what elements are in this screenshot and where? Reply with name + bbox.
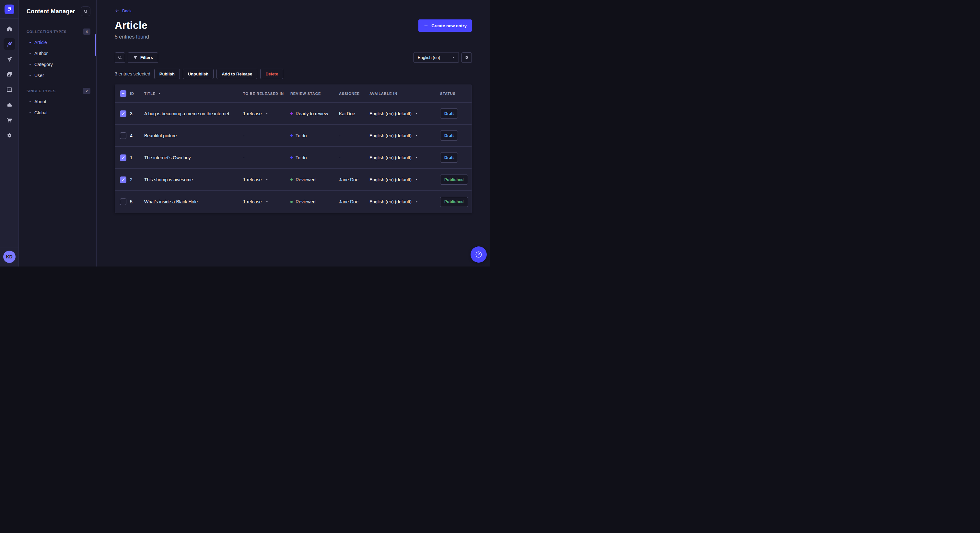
nav-item-paper-plane[interactable] bbox=[3, 54, 15, 65]
bullet-icon bbox=[30, 64, 31, 65]
subnav-item-article[interactable]: Article bbox=[19, 37, 96, 48]
main-content: Back Article Create new entry 5 entries … bbox=[97, 0, 490, 266]
row-checkbox[interactable] bbox=[120, 154, 126, 161]
cell-locale: English (en) (default) bbox=[369, 177, 440, 182]
cart-icon bbox=[6, 117, 13, 124]
nav-item-media-images[interactable] bbox=[3, 69, 15, 80]
chevron-down-icon[interactable] bbox=[266, 200, 268, 203]
cell-review-stage: To do bbox=[290, 133, 339, 138]
status-badge: Draft bbox=[440, 152, 458, 163]
paper-plane-icon bbox=[6, 56, 13, 62]
nav-item-layout[interactable] bbox=[3, 84, 15, 95]
table-row[interactable]: 3A bug is becoming a meme on the interne… bbox=[115, 103, 471, 125]
row-checkbox[interactable] bbox=[120, 176, 126, 183]
subnav-divider bbox=[27, 22, 34, 22]
check-icon bbox=[121, 178, 126, 182]
chevron-down-icon[interactable] bbox=[415, 112, 418, 115]
sort-ascending-icon bbox=[158, 92, 161, 95]
strapi-logo[interactable] bbox=[5, 5, 14, 14]
cell-release: 1 release bbox=[243, 199, 290, 204]
delete-button[interactable]: Delete bbox=[260, 69, 283, 79]
subnav-item-global[interactable]: Global bbox=[19, 107, 96, 118]
nav-item-feather[interactable] bbox=[3, 38, 15, 50]
column-header-review-stage: REVIEW STAGE bbox=[290, 92, 339, 95]
cell-assignee: - bbox=[339, 133, 369, 138]
table-row[interactable]: 2This shrimp is awesome1 releaseReviewed… bbox=[115, 169, 471, 191]
cell-review-stage: Reviewed bbox=[290, 177, 339, 182]
cell-locale: English (en) (default) bbox=[369, 111, 440, 116]
section-count-badge: 4 bbox=[83, 29, 91, 35]
cell-release: - bbox=[243, 133, 290, 138]
subnav-item-category[interactable]: Category bbox=[19, 59, 96, 70]
cell-title: Beautiful picture bbox=[144, 133, 243, 138]
chevron-down-icon[interactable] bbox=[415, 156, 418, 159]
status-badge: Published bbox=[440, 197, 468, 207]
subnav-item-label: User bbox=[34, 73, 44, 78]
cell-locale: English (en) (default) bbox=[369, 199, 440, 204]
bullet-icon bbox=[30, 42, 31, 43]
search-button[interactable] bbox=[115, 52, 125, 63]
nav-item-cart[interactable] bbox=[3, 114, 15, 126]
column-header-status: STATUS bbox=[440, 92, 471, 95]
bullet-icon bbox=[30, 53, 31, 54]
row-checkbox[interactable] bbox=[120, 132, 126, 139]
table-row[interactable]: 4Beautiful picture-To do-English (en) (d… bbox=[115, 125, 471, 147]
selection-count-text: 3 entries selected bbox=[115, 71, 150, 76]
chevron-down-icon[interactable] bbox=[266, 178, 268, 181]
locale-select[interactable]: English (en) bbox=[414, 52, 459, 63]
nav-item-home[interactable] bbox=[3, 23, 15, 35]
nav-item-cloud[interactable] bbox=[3, 99, 15, 111]
status-badge: Draft bbox=[440, 108, 458, 119]
subnav-item-author[interactable]: Author bbox=[19, 48, 96, 59]
section-header-single-types[interactable]: SINGLE TYPES2 bbox=[19, 86, 96, 96]
chevron-down-icon bbox=[452, 56, 455, 59]
subnav-item-user[interactable]: User bbox=[19, 70, 96, 81]
chevron-down-icon[interactable] bbox=[415, 200, 418, 203]
chevron-down-icon[interactable] bbox=[415, 134, 418, 137]
chevron-down-icon[interactable] bbox=[415, 178, 418, 181]
row-checkbox[interactable] bbox=[120, 198, 126, 205]
plus-icon bbox=[423, 23, 428, 28]
chevron-down-icon[interactable] bbox=[266, 112, 268, 115]
select-all-checkbox[interactable] bbox=[120, 90, 126, 97]
cell-title: A bug is becoming a meme on the internet bbox=[144, 111, 243, 116]
help-button[interactable] bbox=[471, 246, 487, 263]
table-row[interactable]: 5What's inside a Black Hole1 releaseRevi… bbox=[115, 191, 471, 213]
cell-status: Draft bbox=[440, 130, 471, 141]
filters-button[interactable]: Filters bbox=[128, 52, 158, 63]
subnav: Content Manager COLLECTION TYPES4Article… bbox=[19, 0, 97, 266]
add-to-release-button[interactable]: Add to Release bbox=[216, 69, 257, 79]
back-link[interactable]: Back bbox=[115, 8, 132, 13]
cell-status: Published bbox=[440, 174, 471, 185]
avatar[interactable]: KD bbox=[3, 251, 16, 263]
sort-button[interactable] bbox=[158, 92, 161, 95]
subnav-scrollbar-thumb[interactable] bbox=[95, 34, 96, 56]
entries-table: IDTITLETO BE RELEASED INREVIEW STAGEASSI… bbox=[115, 84, 472, 213]
column-header-title: TITLE bbox=[144, 92, 243, 95]
subnav-search-button[interactable] bbox=[81, 6, 91, 16]
locale-value: English (en) bbox=[418, 55, 440, 60]
table-header-row: IDTITLETO BE RELEASED INREVIEW STAGEASSI… bbox=[115, 85, 471, 103]
cell-locale: English (en) (default) bbox=[369, 133, 440, 138]
back-label: Back bbox=[122, 8, 132, 13]
unpublish-button[interactable]: Unpublish bbox=[183, 69, 214, 79]
nav-item-gear[interactable] bbox=[3, 130, 15, 141]
bullet-icon bbox=[30, 101, 31, 102]
subnav-item-label: Category bbox=[34, 62, 53, 67]
publish-button[interactable]: Publish bbox=[154, 69, 180, 79]
layout-icon bbox=[6, 86, 13, 93]
table-row[interactable]: 1The internet's Own boy-To do-English (e… bbox=[115, 147, 471, 169]
section-header-collection-types[interactable]: COLLECTION TYPES4 bbox=[19, 26, 96, 37]
subnav-item-about[interactable]: About bbox=[19, 96, 96, 107]
logo-box bbox=[0, 0, 19, 19]
section-label: COLLECTION TYPES bbox=[27, 30, 67, 34]
column-header-id: ID bbox=[130, 92, 144, 95]
column-header-assignee: ASSIGNEE bbox=[339, 92, 369, 95]
cell-id: 1 bbox=[130, 155, 144, 160]
cell-id: 3 bbox=[130, 111, 144, 116]
row-checkbox[interactable] bbox=[120, 110, 126, 117]
main-nav-items bbox=[3, 19, 15, 141]
create-new-entry-button[interactable]: Create new entry bbox=[418, 19, 472, 32]
view-settings-button[interactable] bbox=[461, 52, 472, 63]
row-checkbox-cell bbox=[115, 132, 130, 139]
